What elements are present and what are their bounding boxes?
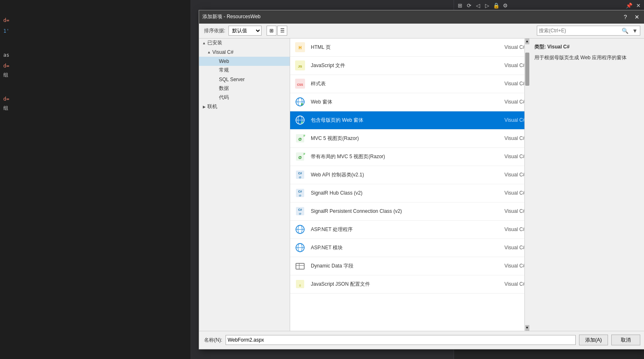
code-text: d= <box>3 63 9 69</box>
code-text: d= <box>3 17 9 23</box>
item-type: Visual C# <box>493 63 526 68</box>
toolbar-icon-4[interactable]: ▷ <box>483 2 491 10</box>
add-button[interactable]: 添加(A) <box>579 335 608 345</box>
toolbar-icon-6[interactable]: ⚙ <box>501 2 509 10</box>
item-type: Visual C# <box>493 44 526 50</box>
scrollbar-down[interactable]: ▼ <box>525 325 529 331</box>
list-item-aspnet-handler[interactable]: ASP.NET 处理程序 Visual C# <box>290 221 529 239</box>
list-item-mvc5-layout[interactable]: @ # 带有布局的 MVC 5 视图页(Razor) Visual C# <box>290 148 529 166</box>
svg-text:#: # <box>301 102 303 106</box>
signalr-persistent-icon: C# @ <box>293 205 307 218</box>
list-item-signalr-persistent[interactable]: C# @ SignalR Persistent Connection Class… <box>290 202 529 221</box>
ltree-code[interactable]: 代码 <box>199 93 290 102</box>
search-button[interactable]: 🔍 <box>620 26 630 35</box>
sort-label: 排序依据: <box>204 27 225 34</box>
code-editor: d= 1' as d= 组 d= 组 <box>0 0 190 359</box>
list-item-dynamic-data[interactable]: Dynamic Data 字段 Visual C# <box>290 257 529 275</box>
ltree-sqlserver[interactable]: SQL Server <box>199 75 290 84</box>
scrollbar-up[interactable]: ▲ <box>525 39 529 44</box>
svg-text:@: @ <box>299 212 301 215</box>
dialog-titlebar: 添加新项 - ResourcesWeb ? ✕ <box>199 10 644 24</box>
toolbar-icon-close[interactable]: ✕ <box>634 2 642 10</box>
dialog-help-button[interactable]: ? <box>620 13 630 21</box>
svg-text:#: # <box>301 120 303 125</box>
list-item-mvc5[interactable]: @ # MVC 5 视图页(Razor) Visual C# <box>290 130 529 148</box>
css-icon: CSS <box>293 77 307 90</box>
list-view-button[interactable]: ☰ <box>277 26 287 36</box>
arrow-icon <box>212 58 219 65</box>
dialog-close-button[interactable]: ✕ <box>632 13 642 21</box>
svg-text:H: H <box>298 46 301 50</box>
toolbar-icon-2[interactable]: ⟳ <box>465 2 473 10</box>
search-input[interactable] <box>537 28 620 34</box>
list-item-webapi[interactable]: C# @ Web API 控制器类(v2.1) Visual C# <box>290 166 529 184</box>
ltree-common[interactable]: 常规 <box>199 66 290 75</box>
desc-type: 类型: Visual C# <box>534 43 640 51</box>
item-type: Visual C# <box>493 281 526 287</box>
ltree-visual-csharp[interactable]: ▲ Visual C# <box>199 48 290 57</box>
search-box: 🔍 ▼ <box>537 26 640 36</box>
toolbar-icon-3[interactable]: ◁ <box>474 2 482 10</box>
ltree-label: 联机 <box>207 103 217 110</box>
html-icon: H <box>293 41 307 54</box>
module-icon <box>293 241 307 254</box>
list-item-aspnet-module[interactable]: ASP.NET 模块 Visual C# <box>290 239 529 257</box>
item-name: JavaScript 文件 <box>311 62 488 69</box>
dialog-controls: ? ✕ <box>620 13 642 21</box>
svg-text:@: @ <box>299 176 301 178</box>
sort-bar: 排序依据: 默认值 ⊞ ☰ 🔍 ▼ <box>199 24 644 39</box>
js-icon: JS <box>293 59 307 72</box>
add-new-item-dialog: 添加新项 - ResourcesWeb ? ✕ 排序依据: 默认值 ⊞ ☰ 🔍 … <box>199 10 644 349</box>
svg-text:@: @ <box>299 194 301 197</box>
ltree-online[interactable]: ▶ 联机 <box>199 102 290 111</box>
code-text: as <box>3 52 9 58</box>
left-tree: ▲ 已安装 ▲ Visual C# Web 常规 SQL Ser <box>199 39 290 331</box>
sort-select[interactable]: 默认值 <box>228 26 262 36</box>
ltree-installed[interactable]: ▲ 已安装 <box>199 39 290 48</box>
item-name: Web API 控制器类(v2.1) <box>311 171 488 178</box>
search-clear-button[interactable]: ▼ <box>630 26 640 35</box>
list-item-js[interactable]: JS JavaScript 文件 Visual C# <box>290 57 529 75</box>
ltree-label: Visual C# <box>212 49 233 55</box>
item-type: Visual C# <box>493 81 526 87</box>
dialog-main: ▲ 已安装 ▲ Visual C# Web 常规 SQL Ser <box>199 39 644 331</box>
item-name: 带有布局的 MVC 5 视图页(Razor) <box>311 153 488 160</box>
toolbar-icon-5[interactable]: 🔒 <box>492 2 500 10</box>
code-text: d= <box>3 96 9 102</box>
arrow-icon <box>212 94 219 101</box>
name-label: 名称(N): <box>204 337 222 344</box>
arrow-icon: ▲ <box>206 49 212 55</box>
ltree-data[interactable]: 数据 <box>199 84 290 93</box>
list-item-html[interactable]: H HTML 页 Visual C# <box>290 39 529 57</box>
dialog-title: 添加新项 - ResourcesWeb <box>202 13 260 20</box>
sort-icons: ⊞ ☰ <box>267 26 287 36</box>
json-icon: {} <box>293 277 307 291</box>
scrollbar-thumb[interactable] <box>525 53 529 86</box>
list-item-signalr-hub[interactable]: C# @ SignalR Hub Class (v2) Visual C# <box>290 184 529 202</box>
list-item-webform-master[interactable]: # 包含母版页的 Web 窗体 Visual C# <box>290 111 529 130</box>
dialog-footer: 名称(N): 添加(A) 取消 <box>199 331 644 349</box>
list-item-webform[interactable]: # Web 窗体 Visual C# <box>290 93 529 111</box>
svg-rect-35 <box>296 263 304 269</box>
razor-icon: @ # <box>293 132 307 145</box>
ltree-label: 常规 <box>219 67 229 74</box>
svg-text:CSS: CSS <box>297 83 303 86</box>
webapi-icon: C# @ <box>293 168 307 181</box>
svg-text:C#: C# <box>298 208 302 211</box>
item-type: Visual C# <box>493 99 526 105</box>
ltree-label: Web <box>219 58 229 64</box>
dynamic-icon <box>293 259 307 272</box>
ltree-web[interactable]: Web <box>199 57 290 66</box>
item-type: Visual C# <box>493 172 526 178</box>
grid-view-button[interactable]: ⊞ <box>267 26 276 36</box>
toolbar-icon-pin[interactable]: 📌 <box>625 2 633 10</box>
arrow-icon: ▶ <box>201 104 207 110</box>
item-name: Web 窗体 <box>311 99 488 106</box>
list-item-json-config[interactable]: {} JavaScript JSON 配置文件 Visual C# <box>290 275 529 294</box>
toolbar-icon-1[interactable]: ⊞ <box>456 2 464 10</box>
cancel-button[interactable]: 取消 <box>611 335 640 345</box>
arrow-icon <box>212 67 219 74</box>
list-item-css[interactable]: CSS 样式表 Visual C# <box>290 75 529 93</box>
filename-input[interactable] <box>226 335 576 345</box>
item-name: SignalR Persistent Connection Class (v2) <box>311 208 488 214</box>
